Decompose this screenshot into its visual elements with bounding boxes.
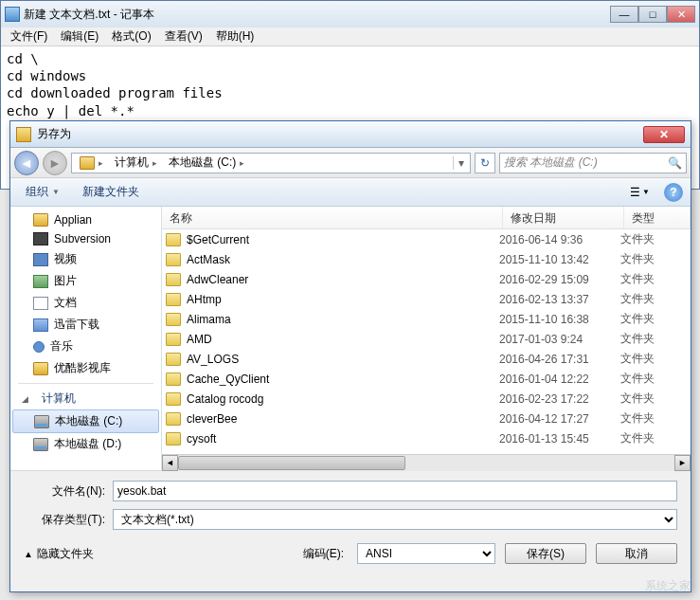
savetype-select[interactable]: 文本文档(*.txt) bbox=[113, 509, 677, 530]
sidebar-item[interactable]: 迅雷下载 bbox=[10, 314, 161, 336]
pic-icon bbox=[33, 275, 48, 288]
file-row[interactable]: ActMask2015-11-10 13:42文件夹 bbox=[162, 249, 691, 269]
subv-icon bbox=[33, 232, 48, 245]
filename-label: 文件名(N): bbox=[24, 483, 113, 500]
scroll-right-icon[interactable]: ► bbox=[674, 455, 691, 471]
column-date[interactable]: 修改日期 bbox=[503, 207, 624, 228]
folder-icon bbox=[80, 156, 95, 170]
folder-icon bbox=[166, 293, 181, 306]
breadcrumb-computer[interactable]: 计算机 bbox=[115, 155, 149, 171]
folder-icon bbox=[166, 233, 181, 246]
nav-forward-button[interactable]: ► bbox=[43, 151, 67, 175]
maximize-button[interactable]: □ bbox=[638, 6, 667, 23]
folder-icon bbox=[33, 213, 48, 227]
cancel-button[interactable]: 取消 bbox=[596, 543, 677, 564]
file-row[interactable]: cleverBee2016-04-12 17:27文件夹 bbox=[162, 409, 691, 428]
help-button[interactable]: ? bbox=[664, 183, 683, 202]
dialog-title-text: 另存为 bbox=[37, 126, 643, 142]
menu-edit[interactable]: 编辑(E) bbox=[55, 27, 104, 46]
sidebar-item[interactable]: 优酷影视库 bbox=[10, 357, 161, 379]
search-icon: 🔍 bbox=[668, 156, 682, 170]
menu-help[interactable]: 帮助(H) bbox=[210, 27, 260, 46]
nav-back-button[interactable]: ◄ bbox=[14, 151, 39, 175]
disk-icon bbox=[33, 438, 48, 451]
folder-icon bbox=[166, 432, 181, 445]
dialog-toolbar: 组织▼ 新建文件夹 ☰ ▼ ? bbox=[10, 178, 691, 207]
file-row[interactable]: $GetCurrent2016-06-14 9:36文件夹 bbox=[162, 229, 691, 249]
column-name[interactable]: 名称 bbox=[162, 207, 503, 228]
hide-folders-toggle[interactable]: ▲隐藏文件夹 bbox=[24, 546, 94, 562]
sidebar-item[interactable]: 图片 bbox=[10, 270, 161, 292]
sidebar-drive-item[interactable]: 本地磁盘 (D:) bbox=[10, 433, 161, 455]
notepad-title-text: 新建 文本文档.txt - 记事本 bbox=[24, 7, 610, 23]
file-row[interactable]: Cache_QyClient2016-01-04 12:22文件夹 bbox=[162, 369, 691, 389]
file-row[interactable]: AMD2017-01-03 9:24文件夹 bbox=[162, 329, 691, 349]
file-row[interactable]: AdwCleaner2016-02-29 15:09文件夹 bbox=[162, 269, 691, 289]
folder-icon bbox=[166, 313, 181, 326]
scroll-left-icon[interactable]: ◄ bbox=[162, 455, 178, 471]
dl-icon bbox=[33, 318, 48, 332]
folder-icon bbox=[166, 412, 181, 426]
video-icon bbox=[33, 253, 48, 266]
folder-icon bbox=[166, 273, 181, 286]
folder-icon bbox=[166, 392, 181, 406]
menu-view[interactable]: 查看(V) bbox=[159, 27, 208, 46]
folder-icon bbox=[33, 362, 48, 375]
file-row[interactable]: AHtmp2016-02-13 13:37文件夹 bbox=[162, 289, 691, 309]
filename-input[interactable] bbox=[113, 481, 677, 501]
notepad-titlebar[interactable]: 新建 文本文档.txt - 记事本 — □ ✕ bbox=[1, 1, 699, 27]
close-button[interactable]: ✕ bbox=[667, 6, 695, 23]
new-folder-button[interactable]: 新建文件夹 bbox=[75, 180, 147, 204]
sidebar-drive-item[interactable]: 本地磁盘 (C:) bbox=[12, 409, 159, 433]
file-list-header: 名称 修改日期 类型 bbox=[162, 207, 691, 229]
file-list: 名称 修改日期 类型 $GetCurrent2016-06-14 9:36文件夹… bbox=[162, 207, 691, 470]
music-icon bbox=[33, 341, 45, 353]
save-as-dialog: 另存为 ✕ ◄ ► ▸ 计算机▸ 本地磁盘 (C:)▸ ▾ ↻ 搜索 本地磁盘 … bbox=[9, 120, 691, 592]
address-dropdown-icon[interactable]: ▾ bbox=[453, 156, 468, 170]
folder-icon bbox=[166, 253, 181, 266]
file-row[interactable]: AV_LOGS2016-04-26 17:31文件夹 bbox=[162, 349, 691, 369]
notepad-icon bbox=[5, 7, 20, 22]
sidebar: ApplianSubversion视频图片文档迅雷下载音乐优酷影视库◢计算机本地… bbox=[10, 207, 162, 470]
folder-icon bbox=[166, 353, 181, 366]
breadcrumb-drive[interactable]: 本地磁盘 (C:) bbox=[169, 155, 236, 171]
file-row[interactable]: cysoft2016-01-13 15:45文件夹 bbox=[162, 428, 691, 448]
search-input[interactable]: 搜索 本地磁盘 (C:) 🔍 bbox=[499, 153, 687, 173]
notepad-menubar: 文件(F) 编辑(E) 格式(O) 查看(V) 帮助(H) bbox=[1, 27, 699, 46]
minimize-button[interactable]: — bbox=[610, 6, 638, 23]
file-row[interactable]: Catalog rocodg2016-02-23 17:22文件夹 bbox=[162, 389, 691, 409]
sidebar-item[interactable]: Subversion bbox=[10, 229, 161, 248]
dialog-titlebar[interactable]: 另存为 ✕ bbox=[10, 121, 691, 148]
file-row[interactable]: Alimama2015-11-10 16:38文件夹 bbox=[162, 309, 691, 329]
save-button[interactable]: 保存(S) bbox=[505, 543, 586, 564]
search-placeholder: 搜索 本地磁盘 (C:) bbox=[504, 155, 598, 171]
refresh-button[interactable]: ↻ bbox=[475, 153, 495, 173]
dialog-close-button[interactable]: ✕ bbox=[643, 126, 685, 143]
sidebar-item[interactable]: 视频 bbox=[10, 248, 161, 270]
sidebar-item[interactable]: 音乐 bbox=[10, 336, 161, 357]
address-bar[interactable]: ▸ 计算机▸ 本地磁盘 (C:)▸ ▾ bbox=[71, 153, 471, 173]
encoding-label: 编码(E): bbox=[303, 546, 348, 562]
savetype-label: 保存类型(T): bbox=[24, 512, 113, 528]
sidebar-computer-group[interactable]: ◢计算机 bbox=[10, 388, 161, 409]
folder-icon bbox=[166, 373, 181, 386]
encoding-select[interactable]: ANSI bbox=[357, 543, 495, 564]
disk-icon bbox=[34, 415, 49, 428]
organize-button[interactable]: 组织▼ bbox=[18, 180, 67, 204]
horizontal-scrollbar[interactable]: ◄ ► bbox=[162, 454, 691, 470]
scroll-thumb[interactable] bbox=[178, 456, 405, 470]
menu-format[interactable]: 格式(O) bbox=[106, 27, 156, 46]
column-type[interactable]: 类型 bbox=[624, 207, 691, 228]
notepad-textarea[interactable]: cd \ cd windows cd downloaded program fi… bbox=[1, 46, 699, 123]
folder-icon bbox=[166, 333, 181, 346]
sidebar-item[interactable]: 文档 bbox=[10, 292, 161, 314]
navigation-bar: ◄ ► ▸ 计算机▸ 本地磁盘 (C:)▸ ▾ ↻ 搜索 本地磁盘 (C:) 🔍 bbox=[10, 148, 691, 178]
view-mode-button[interactable]: ☰ ▼ bbox=[623, 183, 656, 202]
dialog-bottom-panel: 文件名(N): 保存类型(T): 文本文档(*.txt) ▲隐藏文件夹 编码(E… bbox=[10, 470, 691, 573]
menu-file[interactable]: 文件(F) bbox=[5, 27, 53, 46]
dialog-icon bbox=[16, 127, 31, 142]
sidebar-item[interactable]: Applian bbox=[10, 210, 161, 229]
doc-icon bbox=[33, 297, 48, 310]
